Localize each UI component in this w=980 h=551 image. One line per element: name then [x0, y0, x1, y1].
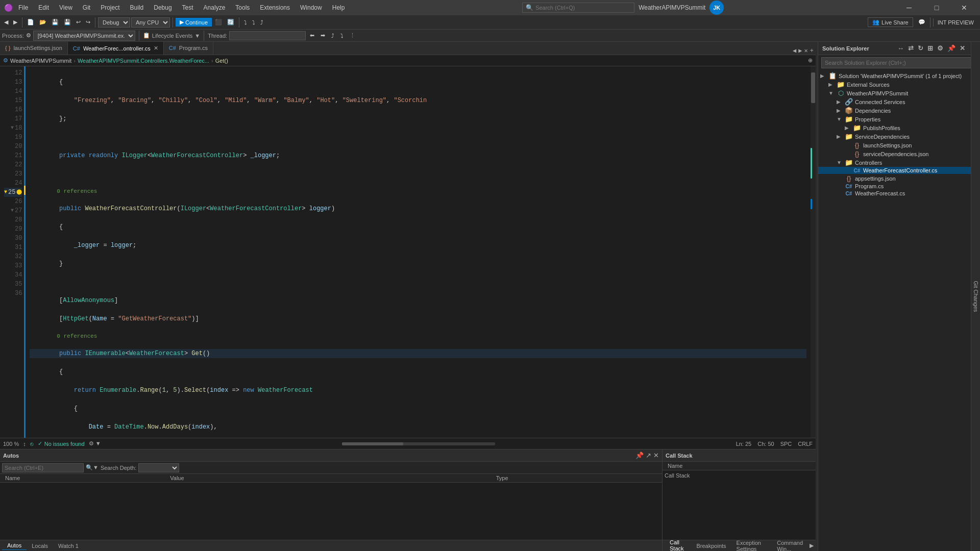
live-share-button[interactable]: 👥 Live Share: [868, 17, 913, 27]
menu-git[interactable]: Git: [79, 3, 94, 12]
step-out-button[interactable]: ⤴: [258, 18, 265, 27]
se-refresh-btn[interactable]: ↻: [916, 44, 925, 53]
menu-build[interactable]: Build: [126, 3, 148, 12]
tree-controllers[interactable]: ▼ 📁 Controllers: [818, 158, 971, 167]
int-preview-button[interactable]: INT PREVIEW: [933, 18, 978, 27]
tree-weatherforecast[interactable]: ▶ C# WeatherForecast.cs: [818, 190, 971, 197]
tab-breakpoints[interactable]: Breakpoints: [691, 542, 731, 550]
minimize-button[interactable]: ─: [897, 0, 921, 15]
debug-restart-button[interactable]: 🔄: [225, 18, 236, 27]
tab-launch-settings[interactable]: { } launchSettings.json: [0, 42, 68, 55]
scrollbar-thumb[interactable]: [811, 72, 815, 103]
cpu-select[interactable]: Any CPU: [131, 17, 170, 28]
se-filter-btn[interactable]: ⊞: [926, 44, 935, 53]
thread-input[interactable]: [229, 31, 306, 40]
menu-tools[interactable]: Tools: [231, 3, 254, 12]
tree-program[interactable]: ▶ C# Program.cs: [818, 183, 971, 190]
editor-scrollbar[interactable]: [811, 66, 816, 438]
tab-exception-settings[interactable]: Exception Settings: [731, 539, 772, 552]
horiz-scrollbar[interactable]: [342, 442, 495, 445]
save-all-button[interactable]: 💾: [62, 18, 73, 27]
tree-launch-settings[interactable]: ▶ {} launchSettings.json: [818, 141, 971, 149]
tab-command-window[interactable]: Command Win...: [772, 539, 810, 552]
tree-publish-profiles[interactable]: ▶ 📁 PublishProfiles: [818, 123, 971, 132]
se-close-btn[interactable]: ✕: [958, 44, 967, 53]
tree-svc-deps-json[interactable]: ▶ {} serviceDependencies.json: [818, 149, 971, 158]
tab-program[interactable]: C# Program.cs: [164, 42, 213, 55]
search-icon-autos[interactable]: 🔍▼: [86, 464, 99, 471]
collapse-25[interactable]: ▼: [4, 188, 7, 197]
save-button[interactable]: 💾: [50, 18, 61, 27]
tree-dependencies[interactable]: ▶ 📦 Dependencies: [818, 106, 971, 115]
tab-scroll-right[interactable]: ▶: [798, 47, 802, 55]
menu-test[interactable]: Test: [178, 3, 198, 12]
menu-project[interactable]: Project: [96, 3, 124, 12]
menu-extensions[interactable]: Extensions: [256, 3, 294, 12]
se-settings-btn[interactable]: ⚙: [936, 44, 945, 53]
tab-autos[interactable]: Autos: [2, 541, 27, 550]
menu-help[interactable]: Help: [328, 3, 349, 12]
tab-locals[interactable]: Locals: [27, 542, 53, 550]
tree-external-sources[interactable]: ▶ 📁 External Sources: [818, 80, 971, 89]
close-button[interactable]: ✕: [952, 0, 976, 15]
thread-btn5[interactable]: ⋮: [348, 31, 357, 40]
new-file-button[interactable]: 📄: [25, 18, 36, 27]
debug-stop-button[interactable]: ⬛: [213, 18, 224, 27]
global-search-input[interactable]: [535, 5, 617, 11]
tab-scroll-right2[interactable]: ▶: [810, 542, 814, 549]
tree-properties[interactable]: ▼ 📁 Properties: [818, 115, 971, 123]
back-button[interactable]: ◀: [2, 18, 10, 27]
se-collapse-btn[interactable]: ↔: [896, 44, 905, 53]
breadcrumb-class[interactable]: WeatherAPIMVPSummit.Controllers.WeatherF…: [78, 58, 209, 64]
horiz-scrollbar-thumb[interactable]: [342, 442, 403, 445]
user-avatar[interactable]: JK: [709, 1, 724, 15]
tree-service-deps[interactable]: ▶ 📁 ServiceDependencies: [818, 132, 971, 141]
continue-button[interactable]: ▶ Continue: [176, 18, 212, 27]
step-over-button[interactable]: ⤵: [242, 18, 249, 27]
tab-close-2[interactable]: ✕: [154, 45, 158, 52]
autos-search-input[interactable]: [2, 463, 84, 472]
undo-button[interactable]: ↩: [74, 18, 83, 27]
expand-icon[interactable]: ⊕: [808, 57, 813, 64]
forward-button[interactable]: ▶: [11, 18, 19, 27]
maximize-button[interactable]: □: [925, 0, 948, 15]
solution-explorer-search[interactable]: [821, 57, 974, 68]
thread-btn4[interactable]: ⤵: [338, 32, 346, 40]
tab-watch1[interactable]: Watch 1: [53, 542, 84, 550]
se-sync-btn[interactable]: ⇄: [906, 44, 915, 53]
thread-btn1[interactable]: ⬅: [308, 31, 316, 40]
autos-expand-btn[interactable]: ↗: [646, 452, 651, 459]
git-changes-tab[interactable]: Git Changes: [971, 42, 980, 551]
tab-scroll-left[interactable]: ◀: [793, 47, 796, 55]
autos-close-btn[interactable]: ✕: [653, 452, 659, 459]
tree-solution-root[interactable]: ▶ 📋 Solution 'WeatherAPIMVPSummit' (1 of…: [818, 71, 971, 80]
tree-connected-services[interactable]: ▶ 🔗 Connected Services: [818, 97, 971, 106]
menu-analyze[interactable]: Analyze: [200, 3, 230, 12]
thread-btn2[interactable]: ➡: [318, 31, 327, 40]
menu-edit[interactable]: Edit: [34, 3, 53, 12]
feedback-button[interactable]: 💬: [916, 18, 927, 27]
menu-file[interactable]: File: [14, 3, 32, 12]
search-depth-select[interactable]: [138, 463, 179, 472]
step-into-button[interactable]: ⤵: [250, 18, 257, 27]
config-dropdown[interactable]: ⚙ ▼: [89, 440, 101, 447]
process-select[interactable]: [9404] WeatherAPIMVPSummit.ex...: [33, 31, 135, 41]
se-pin-btn[interactable]: 📌: [946, 44, 957, 53]
menu-window[interactable]: Window: [296, 3, 326, 12]
tree-appsettings[interactable]: ▶ {} appsettings.json: [818, 174, 971, 183]
breadcrumb-method[interactable]: Get(): [215, 58, 228, 64]
new-tab-btn[interactable]: +: [810, 47, 814, 55]
code-content[interactable]: { "Freezing", "Bracing", "Chilly", "Cool…: [26, 66, 811, 438]
code-editor[interactable]: 12 13 14 15 16 17 ▼18 19 20 21 22 23 24 …: [0, 66, 816, 438]
collapse-18[interactable]: ▼: [11, 123, 14, 133]
collapse-27[interactable]: ▼: [11, 206, 14, 215]
tree-project[interactable]: ▼ ⬡ WeatherAPIMVPSummit: [818, 89, 971, 97]
tab-call-stack[interactable]: Call Stack: [665, 538, 691, 551]
redo-button[interactable]: ↪: [84, 18, 92, 27]
menu-view[interactable]: View: [55, 3, 77, 12]
close-active-tab[interactable]: ✕: [804, 47, 808, 55]
tree-weather-controller[interactable]: ▶ C# WeatherForecastController.cs: [818, 167, 971, 174]
breadcrumb-project[interactable]: WeatherAPIMVPSummit: [10, 58, 71, 64]
autos-pin-btn[interactable]: 📌: [635, 452, 644, 459]
thread-btn3[interactable]: ⤴: [329, 32, 336, 40]
